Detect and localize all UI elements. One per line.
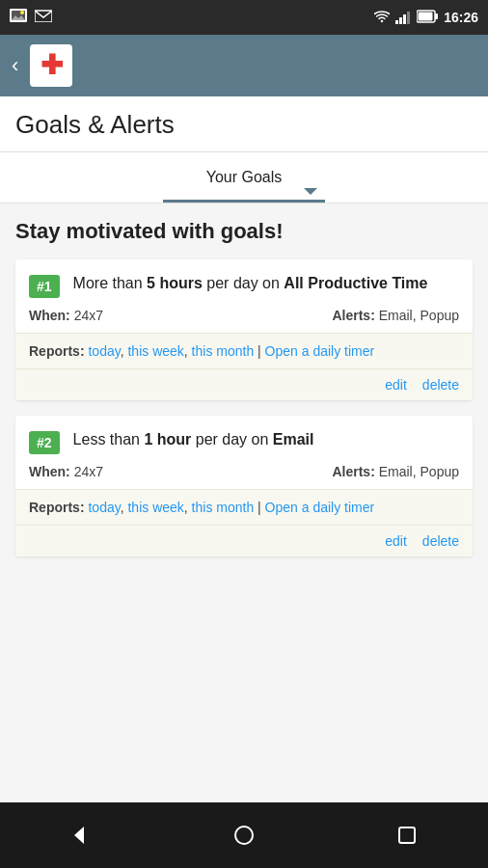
svg-marker-13 <box>74 827 84 844</box>
goal-card-2-header: #2 Less than 1 hour per day on Email <box>15 416 473 464</box>
delete-goal-1[interactable]: delete <box>422 377 459 393</box>
goal-card-2: #2 Less than 1 hour per day on Email Whe… <box>15 416 473 556</box>
report-week-1[interactable]: this week <box>127 343 183 359</box>
status-icons-right: 16:26 <box>374 10 478 26</box>
status-bar: 16:26 <box>0 0 488 35</box>
page-title: Goals & Alerts <box>15 110 473 140</box>
svg-rect-9 <box>407 12 410 24</box>
tabs-bar: Your Goals <box>0 152 488 203</box>
status-icons-left <box>10 9 52 26</box>
edit-goal-1[interactable]: edit <box>385 377 407 393</box>
home-nav-icon <box>233 825 255 846</box>
goal-actions-2: edit delete <box>15 525 473 556</box>
delete-goal-2[interactable]: delete <box>422 533 459 549</box>
report-month-1[interactable]: this month <box>192 343 255 359</box>
open-timer-1[interactable]: Open a daily timer <box>265 343 375 359</box>
goal-when-2: When: 24x7 <box>29 464 103 479</box>
gmail-icon <box>35 9 52 26</box>
report-week-2[interactable]: this week <box>127 500 183 515</box>
goal-alerts-2: Alerts: Email, Popup <box>332 464 459 479</box>
goal-description-1: More than 5 hours per day on All Product… <box>73 273 428 294</box>
goal-reports-2: Reports: today, this week, this month | … <box>15 489 473 525</box>
goal-card-1: #1 More than 5 hours per day on All Prod… <box>15 259 473 400</box>
tab-indicator-icon <box>304 188 317 195</box>
goal-alerts-1: Alerts: Email, Popup <box>332 308 459 323</box>
goal-card-1-header: #1 More than 5 hours per day on All Prod… <box>15 259 473 308</box>
svg-rect-7 <box>399 17 402 24</box>
tab-your-goals[interactable]: Your Goals <box>163 152 326 203</box>
svg-rect-12 <box>419 12 433 20</box>
edit-goal-2[interactable]: edit <box>385 533 407 549</box>
report-today-2[interactable]: today <box>88 500 120 515</box>
nav-back-button[interactable] <box>60 814 102 856</box>
open-timer-2[interactable]: Open a daily timer <box>265 500 375 515</box>
report-today-1[interactable]: today <box>88 343 120 359</box>
motivation-text: Stay motivated with goals! <box>15 219 473 244</box>
clock-time: 16:26 <box>444 10 478 25</box>
goal-badge-1: #1 <box>29 275 60 298</box>
goal-description-2: Less than 1 hour per day on Email <box>73 429 314 450</box>
app-logo: ✚ <box>30 44 72 87</box>
goal-badge-2: #2 <box>29 431 60 454</box>
tab-right[interactable] <box>325 152 488 203</box>
wifi-icon <box>374 11 390 24</box>
recents-nav-icon <box>396 825 418 846</box>
bottom-nav <box>0 802 488 868</box>
nav-recents-button[interactable] <box>386 814 428 856</box>
page-title-bar: Goals & Alerts <box>0 96 488 152</box>
toolbar: ‹ ✚ <box>0 35 488 96</box>
goal-meta-2: When: 24x7 Alerts: Email, Popup <box>15 464 473 489</box>
svg-point-14 <box>235 827 253 844</box>
back-button[interactable]: ‹ <box>12 53 18 78</box>
report-month-2[interactable]: this month <box>192 500 255 515</box>
tab-left[interactable] <box>0 152 163 203</box>
goal-when-1: When: 24x7 <box>29 308 103 323</box>
svg-rect-6 <box>395 20 398 24</box>
signal-icon <box>395 11 411 24</box>
image-icon <box>10 9 27 26</box>
goal-meta-1: When: 24x7 Alerts: Email, Popup <box>15 308 473 333</box>
svg-rect-15 <box>399 827 415 843</box>
goal-reports-1: Reports: today, this week, this month | … <box>15 333 473 368</box>
nav-home-button[interactable] <box>223 814 265 856</box>
svg-point-3 <box>20 11 24 14</box>
svg-rect-11 <box>435 14 438 19</box>
cross-icon: ✚ <box>41 52 63 79</box>
svg-rect-8 <box>403 14 406 24</box>
battery-icon <box>417 10 438 26</box>
content-area: Stay motivated with goals! #1 More than … <box>0 203 488 808</box>
back-nav-icon <box>70 825 92 846</box>
goal-actions-1: edit delete <box>15 368 473 400</box>
